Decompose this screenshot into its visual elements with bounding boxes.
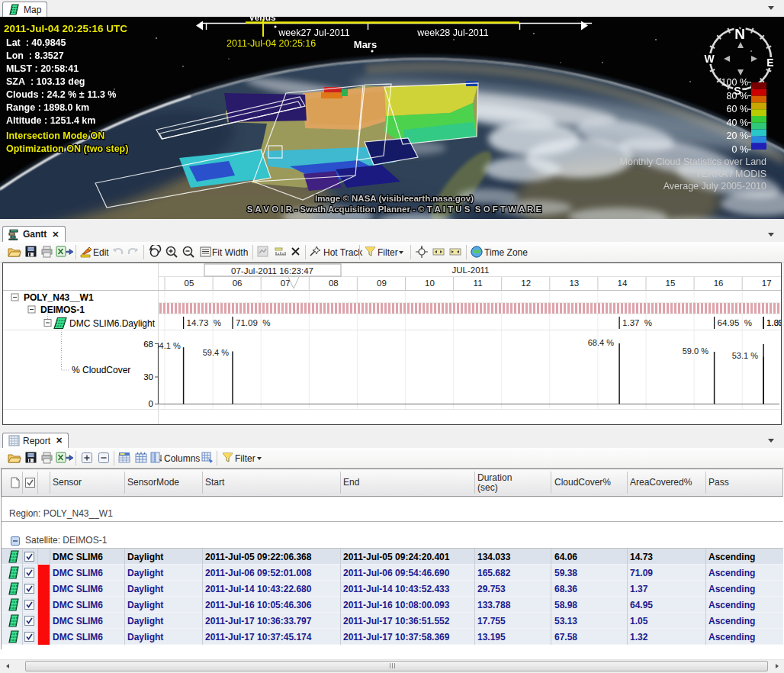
svg-text:68.4 %: 68.4 % [588,338,614,347]
svg-text:14.73 %: 14.73 % [187,318,221,327]
svg-text:0: 0 [149,399,153,408]
svg-text:71.09 %: 71.09 % [236,318,270,327]
svg-text:20 %: 20 % [727,130,749,141]
svg-text:DEIMOS-1: DEIMOS-1 [40,304,85,315]
svg-text:53.1 %: 53.1 % [732,351,758,360]
svg-text:Range : 1898.0 km: Range : 1898.0 km [6,102,89,113]
svg-text:1.37 %: 1.37 % [622,318,652,327]
svg-text:week27 Jul-2011: week27 Jul-2011 [278,27,350,38]
svg-text:60 %: 60 % [727,104,749,114]
svg-text:16: 16 [714,279,724,288]
svg-text:Monthly Cloud Statistics over: Monthly Cloud Statistics over Land [620,156,767,167]
svg-text:64.1 %: 64.1 % [155,341,181,350]
svg-text:05: 05 [185,279,194,288]
svg-text:Venus: Venus [249,17,276,23]
svg-text:08: 08 [329,279,339,288]
svg-text:S A V O I R - Swath Acquisitio: S A V O I R - Swath Acquisition Planner … [247,204,542,214]
svg-text:2011-Jul-04 20:25:16 UTC: 2011-Jul-04 20:25:16 UTC [4,23,127,34]
svg-text:Mars: Mars [354,39,377,50]
svg-text:POLY_N43__W1: POLY_N43__W1 [24,292,94,303]
svg-text:80 %: 80 % [727,91,749,101]
svg-text:59.0 %: 59.0 % [683,346,708,356]
svg-text:10: 10 [425,279,435,288]
svg-text:Lat : 40.9845: Lat : 40.9845 [6,37,66,48]
svg-text:64.95 %: 64.95 % [718,318,752,327]
svg-text:Clouds : 24.2 % ± 11.3 %: Clouds : 24.2 % ± 11.3 % [6,89,116,100]
svg-text:SZA : 103.13 deg: SZA : 103.13 deg [6,76,85,87]
svg-text:Intersection Mode ON: Intersection Mode ON [6,130,104,141]
svg-text:JUL-2011: JUL-2011 [451,266,489,275]
svg-text:0 %: 0 % [731,144,748,155]
svg-text:week28 Jul-2011: week28 Jul-2011 [416,27,489,38]
svg-text:DMC SLIM6.Daylight: DMC SLIM6.Daylight [69,318,156,329]
svg-text:12: 12 [521,279,531,288]
svg-text:100 %: 100 % [721,77,748,88]
svg-text:Image © NASA (visibleearth.nas: Image © NASA (visibleearth.nasa.gov) [315,194,474,203]
svg-text:30: 30 [143,372,153,382]
svg-text:09: 09 [377,279,387,288]
svg-text:1.32: 1.32 [766,318,781,327]
svg-text:W: W [704,53,715,65]
svg-text:Optimization ON (two step): Optimization ON (two step) [6,143,128,154]
svg-text:% CloudCover: % CloudCover [72,365,130,375]
svg-text:07: 07 [281,279,291,288]
svg-text:40 %: 40 % [727,118,749,128]
svg-text:TERRA / MODIS: TERRA / MODIS [696,169,766,179]
svg-text:68: 68 [143,340,153,349]
svg-text:59.4 %: 59.4 % [203,348,229,357]
svg-text:E: E [766,56,773,69]
svg-text:15: 15 [666,279,676,288]
svg-text:N: N [734,26,745,42]
svg-text:14: 14 [618,279,628,288]
svg-text:07-Jul-2011 16:23:47: 07-Jul-2011 16:23:47 [231,266,313,275]
svg-text:2011-Jul-04 20:25:16: 2011-Jul-04 20:25:16 [227,38,316,49]
svg-text:17: 17 [762,279,772,288]
svg-text:Average July 2005-2010: Average July 2005-2010 [664,181,766,192]
svg-text:13: 13 [569,279,579,288]
svg-text:06: 06 [233,279,243,288]
svg-text:Altitude : 1251.4 km: Altitude : 1251.4 km [6,115,95,126]
svg-text:Lon : 8.3527: Lon : 8.3527 [6,50,64,61]
svg-text:MLST : 20:58:41: MLST : 20:58:41 [6,63,79,74]
svg-text:11: 11 [474,279,483,288]
